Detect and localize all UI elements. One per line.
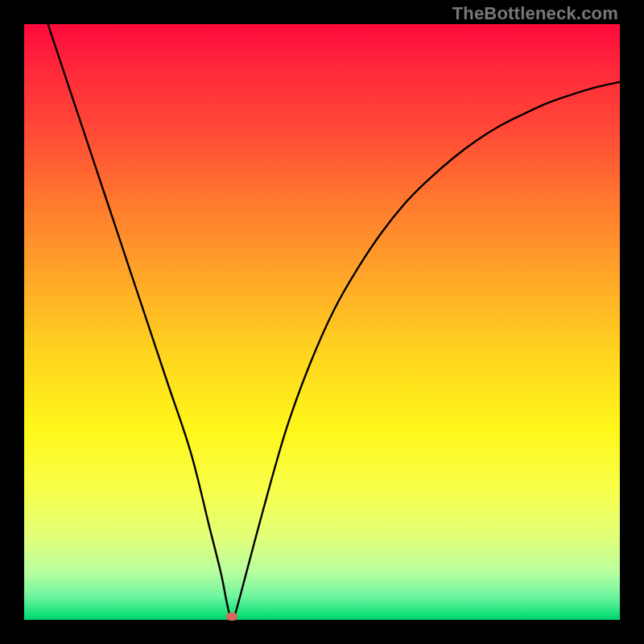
plot-area [24,24,620,620]
chart-frame: TheBottleneck.com [0,0,644,644]
curve-layer [24,24,620,620]
minimum-marker [226,613,237,621]
bottleneck-curve [48,24,620,618]
watermark-text: TheBottleneck.com [452,3,618,24]
